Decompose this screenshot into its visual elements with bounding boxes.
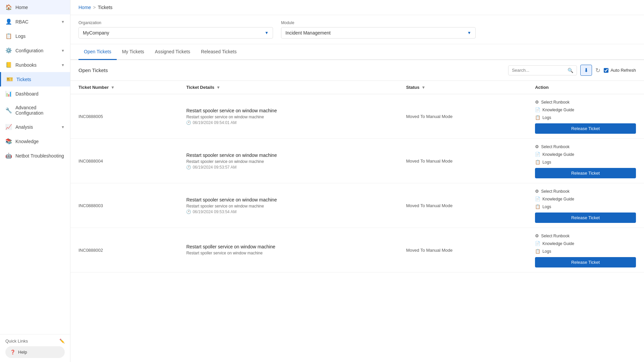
sidebar-label-home: Home (15, 5, 28, 10)
sidebar-label-tickets: Tickets (16, 77, 31, 82)
sidebar-icon-analysis: 📈 (5, 124, 12, 130)
col-ticket-details: Ticket Details ▼ (178, 81, 398, 94)
sidebar-item-tickets[interactable]: 🎫 Tickets (0, 72, 70, 86)
sidebar-item-runbooks[interactable]: 📒 Runbooks ▼ (0, 58, 70, 72)
sidebar-item-analysis[interactable]: 📈 Analysis ▼ (0, 120, 70, 134)
ticket-number-filter-icon[interactable]: ▼ (111, 85, 115, 90)
tab-assigned[interactable]: Assigned Tickets (150, 44, 196, 60)
release-ticket-button-INC0888003[interactable]: Release Ticket (535, 213, 636, 223)
breadcrumb: Home > Tickets (70, 0, 644, 15)
refresh-icon[interactable]: ↻ (595, 67, 600, 74)
select-runbook-link-INC0888003[interactable]: ⚙Select Runbook (535, 188, 636, 194)
select-runbook-link-INC0888005[interactable]: ⚙Select Runbook (535, 99, 636, 105)
logs-icon: 📋 (535, 249, 540, 254)
search-icon[interactable]: 🔍 (568, 68, 573, 73)
sidebar-icon-runbooks: 📒 (5, 62, 12, 68)
sidebar-item-dashboard[interactable]: 📊 Dashboard (0, 86, 70, 101)
table-row: INC0888005 Restart spooler service on wi… (70, 94, 644, 139)
tab-my[interactable]: My Tickets (117, 44, 150, 60)
sidebar-label-runbooks: Runbooks (15, 62, 37, 68)
tab-open[interactable]: Open Tickets (78, 44, 117, 60)
filters-row: Organization MyCompany ▼ Module Incident… (70, 15, 644, 44)
logs-link-INC0888002[interactable]: 📋Logs (535, 248, 636, 254)
quick-links-label: Quick Links (5, 339, 28, 344)
release-ticket-button-INC0888004[interactable]: Release Ticket (535, 168, 636, 178)
org-label: Organization (78, 20, 273, 25)
sidebar-item-logs[interactable]: 📋 Logs (0, 29, 70, 43)
breadcrumb-home[interactable]: Home (78, 5, 91, 10)
sidebar-icon-tickets: 🎫 (6, 76, 13, 82)
sidebar-icon-home: 🏠 (5, 4, 12, 10)
select-runbook-icon: ⚙ (535, 144, 539, 149)
auto-refresh-checkbox[interactable] (604, 68, 608, 73)
logs-link-INC0888003[interactable]: 📋Logs (535, 203, 636, 210)
select-runbook-icon: ⚙ (535, 233, 539, 238)
sidebar-item-advanced-configuration[interactable]: 🔧 Advanced Configuration (0, 101, 70, 120)
help-icon: ❓ (10, 350, 15, 355)
ticket-details-INC0888005: Restart spooler service on window machin… (178, 94, 398, 139)
ticket-number-INC0888003: INC0888003 (70, 183, 178, 228)
breadcrumb-current: Tickets (98, 5, 113, 10)
search-input[interactable] (512, 68, 566, 73)
edit-quick-links-icon[interactable]: ✏️ (59, 339, 65, 344)
ticket-details-INC0888004: Restart spooler service on window machin… (178, 139, 398, 183)
release-ticket-button-INC0888002[interactable]: Release Ticket (535, 257, 636, 267)
sidebar-label-advanced-configuration: Advanced Configuration (15, 105, 65, 116)
ticket-action-INC0888004: ⚙Select Runbook📄Knowledge Guide📋LogsRele… (527, 139, 644, 183)
select-runbook-link-INC0888002[interactable]: ⚙Select Runbook (535, 233, 636, 239)
tickets-table: Ticket Number ▼ Ticket Details ▼ Status (70, 80, 644, 273)
sidebar-item-home[interactable]: 🏠 Home (0, 0, 70, 14)
download-button[interactable]: ⬇ (580, 65, 592, 76)
sidebar-item-knowledge[interactable]: 📚 Knowledge (0, 134, 70, 148)
logs-link-INC0888004[interactable]: 📋Logs (535, 159, 636, 165)
auto-refresh-toggle[interactable]: Auto Refresh (604, 68, 636, 73)
sidebar-label-logs: Logs (15, 34, 25, 39)
sidebar-item-netbot-troubleshooting[interactable]: 🤖 Netbot Troubleshooting (0, 148, 70, 163)
ticket-number-INC0888002: INC0888002 (70, 228, 178, 273)
sidebar-icon-logs: 📋 (5, 33, 12, 39)
knowledge-guide-link-INC0888003[interactable]: 📄Knowledge Guide (535, 196, 636, 202)
ticket-status-INC0888002: Moved To Manual Mode (398, 228, 527, 273)
logs-icon: 📋 (535, 160, 540, 165)
org-dropdown-arrow: ▼ (265, 31, 269, 35)
clock-icon: 🕐 (186, 120, 191, 125)
tickets-tbody: INC0888005 Restart spooler service on wi… (70, 94, 644, 273)
breadcrumb-separator: > (93, 5, 96, 10)
org-value: MyCompany (83, 30, 109, 36)
table-row: INC0888003 Restart spooler service on wi… (70, 183, 644, 228)
sidebar-item-configuration[interactable]: ⚙️ Configuration ▼ (0, 43, 70, 58)
sidebar: 🏠 Home 👤 RBAC ▼ 📋 Logs ⚙️ Configuration … (0, 0, 70, 362)
sidebar-item-rbac[interactable]: 👤 RBAC ▼ (0, 14, 70, 29)
knowledge-guide-link-INC0888002[interactable]: 📄Knowledge Guide (535, 240, 636, 247)
auto-refresh-label: Auto Refresh (610, 68, 636, 73)
col-action: Action (527, 81, 644, 94)
status-filter-icon[interactable]: ▼ (422, 85, 426, 90)
help-label: Help (18, 350, 27, 355)
select-runbook-link-INC0888004[interactable]: ⚙Select Runbook (535, 143, 636, 150)
knowledge-guide-icon: 📄 (535, 152, 540, 157)
chevron-icon-rbac: ▼ (61, 20, 65, 24)
sidebar-label-analysis: Analysis (15, 124, 33, 130)
clock-icon: 🕐 (186, 165, 191, 170)
logs-icon: 📋 (535, 115, 540, 120)
sidebar-nav: 🏠 Home 👤 RBAC ▼ 📋 Logs ⚙️ Configuration … (0, 0, 70, 163)
logs-link-INC0888005[interactable]: 📋Logs (535, 114, 636, 121)
ticket-details-filter-icon[interactable]: ▼ (216, 85, 220, 90)
tab-released[interactable]: Released Tickets (196, 44, 242, 60)
module-label: Module (281, 20, 476, 25)
toolbar-right: 🔍 ⬇ ↻ Auto Refresh (508, 65, 636, 76)
knowledge-guide-link-INC0888005[interactable]: 📄Knowledge Guide (535, 107, 636, 113)
module-value: Incident Management (285, 30, 331, 36)
table-row: INC0888004 Restart spooler service on wi… (70, 139, 644, 183)
module-filter-group: Module Incident Management ▼ (281, 20, 476, 39)
release-ticket-button-INC0888005[interactable]: Release Ticket (535, 123, 636, 134)
org-select[interactable]: MyCompany ▼ (78, 27, 273, 39)
knowledge-guide-link-INC0888004[interactable]: 📄Knowledge Guide (535, 151, 636, 158)
ticket-details-INC0888002: Restart spoller service on window machin… (178, 228, 398, 273)
sidebar-icon-configuration: ⚙️ (5, 47, 12, 54)
sidebar-label-configuration: Configuration (15, 48, 43, 53)
help-button[interactable]: ❓ Help (5, 346, 65, 358)
module-select[interactable]: Incident Management ▼ (281, 27, 476, 39)
ticket-action-INC0888003: ⚙Select Runbook📄Knowledge Guide📋LogsRele… (527, 183, 644, 228)
org-filter-group: Organization MyCompany ▼ (78, 20, 273, 39)
